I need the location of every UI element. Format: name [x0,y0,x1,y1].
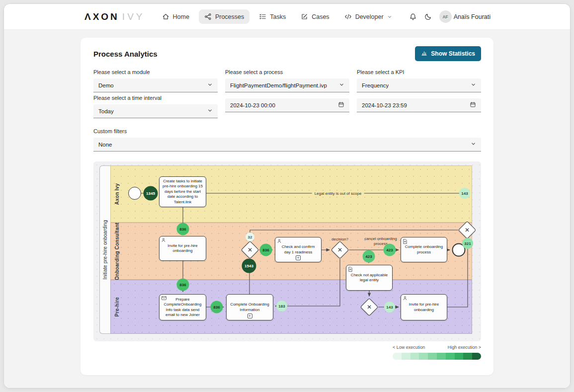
kpi-select[interactable]: Frequency [357,78,481,92]
edge-label-out-of-scope: Legal entity is out of scope [312,191,364,196]
user-icon [403,296,408,302]
legend-swatch [455,353,464,360]
bar-chart-icon [421,50,427,58]
task-check-day1-readiness[interactable]: Check and confirm day 1 readiness + [275,237,322,262]
document-icon [348,267,352,273]
user-icon [162,238,166,244]
kpi-label: Please select a KPI [357,69,481,75]
tasks-icon [259,13,266,20]
user-menu[interactable]: AF Anaïs Fourati [439,10,491,23]
start-event[interactable] [128,187,141,200]
chevron-down-icon [387,14,392,19]
top-navbar: ΛXON IVY Home Processes Tasks Cases [4,4,570,30]
user-icon [277,239,282,245]
calendar-icon [338,101,344,109]
cases-icon [301,13,308,20]
user-name: Anaïs Fourati [454,13,491,20]
avatar: AF [439,10,452,23]
chevron-down-icon [471,141,476,148]
process-diagram-canvas[interactable]: Initiate pre-hire onboarding Axon Ivy On… [93,161,481,341]
end-date-input[interactable]: 2024-10-23 23:59 [357,98,481,112]
page-content: Process Analytics Show Statistics Please… [4,30,570,388]
process-value: FlightPaymentDemo/flightPayment.ivp [230,82,327,88]
legend-swatch [437,353,446,360]
legend-swatch [393,353,402,360]
nav-item-cases[interactable]: Cases [295,9,334,24]
show-statistics-button[interactable]: Show Statistics [415,46,481,61]
legend-high-label: High execution > [448,345,481,350]
edge-decision-no-loop [275,259,340,306]
frequency-badge: 143 [384,302,395,313]
calendar-icon [470,101,476,109]
frequency-badge: 183 [276,301,287,312]
task-create-tasks[interactable]: Create tasks to initiate pre-hire onboar… [159,176,206,207]
frequency-badge: 32 [246,233,254,241]
task-label: Prepare CompleteOnboarding Info task dat… [163,297,203,318]
module-label: Please select a module [93,69,218,75]
custom-filters-label: Custom filters [93,128,481,134]
start-date-input[interactable]: 2024-10-23 00:00 [225,98,349,112]
nav-item-label: Tasks [270,13,286,20]
task-complete-onboarding-information[interactable]: Complete Onboarding Information + [226,294,273,320]
legend-swatch [428,353,437,360]
edge-label-decision: decision? [331,237,348,241]
x-gateway-icon: ✕ [363,301,376,314]
document-icon [403,239,407,245]
legend-swatch [446,353,455,360]
frequency-badge: 836 [177,223,189,235]
kpi-value: Frequency [362,82,389,88]
dark-mode-moon-icon[interactable] [424,13,432,20]
frequency-badge: 836 [177,279,189,291]
chevron-down-icon [339,82,344,88]
axonivy-logo[interactable]: ΛXON IVY [84,11,145,22]
frequency-badge: 423 [363,250,375,263]
task-label: Invite for pre-hire onboarding [163,243,203,254]
notifications-bell-icon[interactable] [409,13,417,21]
custom-filters-select[interactable]: None [93,138,481,152]
legend-low-label: < Low execution [393,345,425,350]
frequency-badge: 1345 [144,186,158,201]
legend-swatch [472,353,481,360]
chevron-down-icon [471,82,476,88]
logo-primary: ΛXON [84,11,119,22]
gateway-top-right[interactable]: ✕ [461,224,474,236]
main-menu: Home Processes Tasks Cases Developer [157,9,398,24]
task-invite-pre-hire-2[interactable]: Invite for pre-hire onboarding [401,294,447,320]
x-gateway-icon: ✕ [461,224,474,236]
process-label: Please select a process [225,69,349,75]
process-analytics-card: Process Analytics Show Statistics Please… [81,38,493,375]
nav-item-processes[interactable]: Processes [199,9,249,24]
task-label: Complete onboarding process [404,244,444,255]
task-complete-onboarding-process[interactable]: Complete onboarding process [401,237,447,262]
legend-swatch [419,353,428,360]
nav-item-developer[interactable]: Developer [339,9,398,24]
gateway-pre-hire[interactable]: ✕ [363,301,376,314]
module-select[interactable]: Demo [93,78,218,92]
process-select[interactable]: FlightPaymentDemo/flightPayment.ivp [225,78,349,92]
task-prepare-onboarding-info[interactable]: Prepare CompleteOnboarding Info task dat… [159,294,206,320]
home-icon [162,13,169,20]
nav-item-home[interactable]: Home [157,9,195,24]
x-gateway-icon: ✕ [333,243,346,256]
module-value: Demo [98,82,114,88]
frequency-badge: 423 [384,244,396,256]
nav-item-tasks[interactable]: Tasks [253,9,291,24]
gateway-merge[interactable]: ✕ [244,243,256,256]
nav-item-label: Cases [312,13,329,20]
task-invite-pre-hire-1[interactable]: Invite for pre-hire onboarding [159,236,206,261]
interval-select[interactable]: Today [93,104,218,118]
x-gateway-icon: ✕ [244,243,256,256]
legend-swatch [402,353,410,360]
task-label: Invite for pre-hire onboarding [404,302,444,313]
task-check-not-applicable[interactable]: Check not applicable legal entity [346,265,393,291]
task-label: Create tasks to initiate pre-hire onboar… [163,179,203,205]
subprocess-plus-icon: + [247,314,252,318]
page-title: Process Analytics [93,50,158,58]
interval-label: Please select a time interval [93,95,218,101]
frequency-badge: 321 [462,238,473,249]
interval-value: Today [98,108,114,114]
gateway-decision[interactable]: ✕ [333,243,346,256]
nav-right-group: AF Anaïs Fourati [409,10,491,23]
edge-label-cancel: cancel onboarding process [359,236,403,246]
processes-icon [204,13,212,20]
